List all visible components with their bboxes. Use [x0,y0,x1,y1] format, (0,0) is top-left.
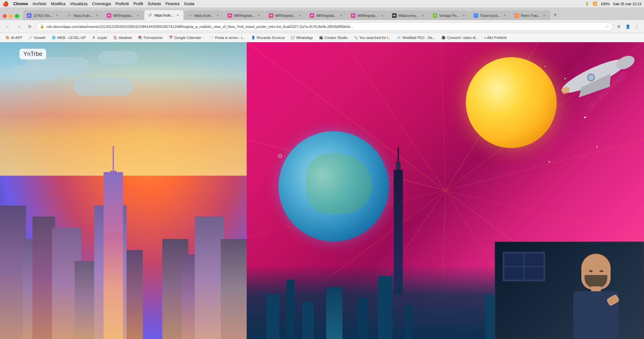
bookmark-growth[interactable]: 📈 Growth [26,35,48,41]
tab-close-mr3[interactable]: ✕ [298,13,302,18]
tab-mrregista5[interactable]: M MRRegista... ✕ [347,10,388,20]
tab-favicon-mr1: M [107,13,111,18]
bookmark-star-icon[interactable]: ☆ [606,24,609,29]
tab-cdn5[interactable]: 🔗 https://cdn... ✕ [184,10,224,20]
bookmark-riccardo-label: Riccardo Scrocca [257,36,285,40]
bookmark-idealista[interactable]: 🏠 idealista [110,35,134,41]
tab-vintage[interactable]: V Vintage Po... ✕ [429,10,470,20]
bookmark-crypto-label: crypto [97,36,107,40]
tab-close-mr1[interactable]: ✕ [136,13,140,18]
menu-cronologia[interactable]: Cronologia [92,2,111,6]
screen-cell-3 [504,267,524,280]
bookmark-google-calendar[interactable]: 📅 Google Calendar - [166,35,206,41]
tab-mrregista1[interactable]: M MRRegista... ✕ [103,10,144,20]
bookmark-formazione[interactable]: 📚 Formazione [135,35,165,41]
bookmark-altri[interactable]: » Altri Preferiti [482,35,509,40]
tab-cdn4-active[interactable]: 🔗 https://cdn... ✕ [144,10,184,20]
bookmark-whatsapp-icon: 💬 [291,35,295,40]
tab-close-mr2[interactable]: ✕ [257,13,261,18]
svg-line-6 [441,42,445,191]
bookmark-converti[interactable]: 🎥 Converti i video di... [439,35,481,41]
menu-archivio[interactable]: Archivio [32,2,46,6]
tab-close-mr4[interactable]: ✕ [339,13,343,18]
address-bar[interactable]: 🔒 cdn.discordapp.com/attachments/1013512… [36,22,613,31]
star-diamond-2 [549,161,550,162]
tab-close-r[interactable]: ✕ [542,13,547,18]
profile-icon[interactable]: 👤 [624,23,632,31]
tab-favicon-mj: Mj [392,13,397,18]
tab-midjourney[interactable]: Mj Midjourney... ✕ [389,10,429,20]
bottom-building-3 [302,302,314,339]
tab-close-cdn2[interactable]: ✕ [95,13,99,18]
tab-label-mr4: MRRegista... [316,14,337,18]
menu-chrome[interactable]: Chrome [13,2,28,6]
tab-close-t[interactable]: ✕ [502,13,507,18]
bookmark-webmail-icon: 📧 [397,35,401,40]
tab-label-cdn5: https://cdn... [194,14,214,18]
tab-travel[interactable]: T Travel post... ✕ [470,10,511,20]
tab-label-cdn2: https://cdn... [73,14,93,18]
svg-line-10 [445,191,644,237]
minimize-window-button[interactable] [9,14,13,18]
bookmark-riccardo[interactable]: 👤 Riccardo Scrocca [248,35,287,41]
bookmark-creator-label: Creator Studio [325,36,348,40]
tab-retro[interactable]: R Retro Trav... ✕ [511,10,551,20]
bookmark-web-icon: 🌐 [51,35,56,40]
tab-close-v[interactable]: ✕ [462,13,466,18]
video-call-person [564,251,628,338]
tab-close-mr5[interactable]: ✕ [380,13,385,18]
menu-profili[interactable]: Profili [133,2,143,6]
maximize-window-button[interactable] [15,14,19,18]
close-window-button[interactable] [3,14,7,18]
tab-close-discord[interactable]: ✕ [55,13,59,18]
svg-line-9 [445,140,644,191]
svg-line-0 [97,42,247,191]
tab-favicon-r: R [514,13,519,18]
tab-discord[interactable]: D (2762) Dis... ✕ [23,10,63,20]
menu-visualizza[interactable]: Visualizza [70,2,88,6]
svg-line-1 [65,42,227,191]
extensions-icon[interactable]: ⚙ [615,23,623,31]
tab-mrregista3[interactable]: M MRRegista... ✕ [265,10,306,20]
menu-preferiti[interactable]: Preferiti [116,2,129,6]
star-5 [584,117,586,118]
bookmark-crypto[interactable]: ₿ crypto [89,35,110,41]
tab-close-cdn4[interactable]: ✕ [176,13,180,18]
tabs-container: D (2762) Dis... ✕ 🔗 https://cdn... ✕ M M… [23,10,641,20]
bookmark-web[interactable]: 🌐 WEB - LEVEL-UP [49,35,88,41]
bookmark-ai-art[interactable]: 🎨 AI ART [3,35,25,41]
bookmark-whatsapp[interactable]: 💬 WhatsApp [288,35,316,41]
new-tab-button[interactable]: + [551,10,560,19]
more-options-icon[interactable]: ⋮ [633,23,641,31]
menu-finestra[interactable]: Finestra [166,2,180,6]
tab-cdn2[interactable]: 🔗 https://cdn... ✕ [63,10,103,20]
menu-battery-icon: 🔋 [585,2,589,6]
tab-mrregista2[interactable]: M MRRegista... ✕ [224,10,265,20]
bookmark-growth-icon: 📈 [28,35,33,40]
reload-button[interactable]: ↻ [25,22,34,31]
bookmark-you-searched[interactable]: 🔍 You searched for l... [351,35,393,41]
right-image-space: cdn.discordapp [247,42,644,339]
apple-menu[interactable]: 🍎 [3,1,9,7]
bookmark-webmail[interactable]: 📧 WebMail PEC - De... [394,35,438,41]
forward-button[interactable]: → [14,22,23,31]
tab-label-mr3: MRRegista... [275,14,296,18]
bookmark-posta[interactable]: ✉️ Posta in arrivo - r... [206,35,247,41]
building-11 [221,239,247,339]
bookmark-creator-studio[interactable]: 🎬 Creator Studio [316,35,350,41]
tower-top [396,162,401,170]
menu-guida[interactable]: Guida [184,2,194,6]
content-area: YnTrbe [0,42,644,339]
tab-favicon-cdn2: 🔗 [67,13,71,18]
menu-scheda[interactable]: Scheda [148,2,161,6]
small-screen-grid [503,252,545,281]
tab-close-cdn5[interactable]: ✕ [216,13,220,18]
building-10 [195,217,224,339]
planet-earth [279,131,389,242]
tab-mrregista4[interactable]: M MRRegista... ✕ [306,10,347,20]
menu-modifica[interactable]: Modifica [51,2,66,6]
tab-close-mj[interactable]: ✕ [421,13,425,18]
back-button[interactable]: ← [3,22,12,31]
star-diamond-1 [596,146,598,147]
bottom-building-7 [406,306,412,339]
